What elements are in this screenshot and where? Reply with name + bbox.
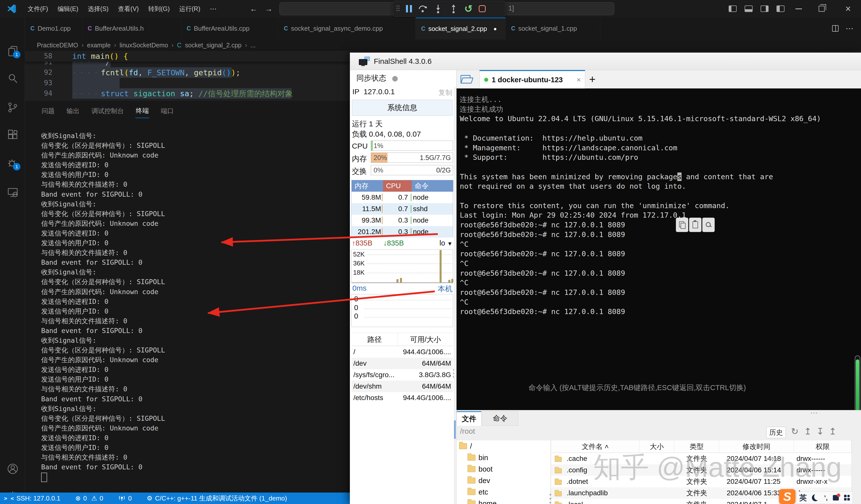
disk-row[interactable]: /944.4G/1006.... — [351, 346, 453, 358]
remote-status-item[interactable]: > <SSH: 127.0.0.1 — [4, 494, 60, 502]
menu-item[interactable]: 选择(S) — [83, 5, 113, 13]
process-table[interactable]: 内存CPU命令59.8M0.7node11.5M0.7sshd99.3M0.3n… — [351, 180, 453, 237]
history-button[interactable]: 历史 — [766, 427, 786, 438]
ime-language-toggle[interactable]: 英 — [799, 493, 807, 503]
debug-step-out-button[interactable] — [449, 4, 458, 13]
panel-tab-item[interactable]: 调试控制台 — [91, 104, 124, 118]
process-row[interactable]: 99.3M0.3node — [352, 215, 453, 226]
download-icon[interactable]: ↧ — [816, 426, 824, 437]
copy-button[interactable]: 复制 — [438, 88, 452, 97]
ping-host[interactable]: 本机 — [438, 284, 453, 294]
menu-item[interactable]: 编辑(E) — [53, 5, 83, 13]
layout-customize-button[interactable] — [773, 0, 789, 17]
ime-tool-icon[interactable] — [833, 495, 839, 501]
ssh-terminal[interactable]: 连接主机...连接主机成功Welcome to Ubuntu 22.04.4 L… — [456, 88, 861, 410]
panel-tab-item[interactable]: 问题 — [41, 104, 55, 118]
debug-toolbar-drag-handle[interactable] — [396, 5, 400, 12]
tree-item[interactable]: dev — [456, 475, 550, 486]
breadcrumb-item[interactable]: PracticeDEMO — [37, 42, 78, 49]
moon-icon[interactable] — [812, 494, 819, 501]
menu-item[interactable]: 转到(G) — [144, 5, 175, 13]
nav-forward-button[interactable]: → — [265, 4, 273, 13]
accounts-icon[interactable] — [7, 463, 18, 475]
explorer-icon[interactable]: 1 — [7, 45, 18, 57]
disk-table[interactable]: 路径可用/大小/944.4G/1006..../dev64M/64M/sys/f… — [351, 333, 453, 404]
tab-dirty-dot[interactable]: ● — [493, 26, 497, 32]
open-folder-icon[interactable] — [461, 74, 473, 84]
disk-row[interactable]: /dev/shm64M/64M — [351, 381, 453, 392]
editor-tab[interactable]: CBufferAreaUtils.cpp — [181, 17, 278, 39]
menu-more-icon[interactable]: ⋯ — [205, 5, 221, 13]
panel-tab-item[interactable]: 端口 — [160, 104, 174, 118]
upload-arrow-icon[interactable]: ↥ — [804, 426, 811, 437]
debug-restart-button[interactable]: ↺ — [464, 5, 473, 12]
net-interface-select[interactable]: lo ▼ — [440, 239, 453, 247]
debug-step-into-button[interactable] — [433, 4, 443, 13]
disk-row[interactable]: /etc/hosts944.4G/1006.... — [351, 392, 453, 404]
new-terminal-tab-button[interactable]: + — [589, 73, 596, 85]
breadcrumb-item[interactable]: ... — [250, 42, 256, 49]
panel-tab-terminal-active[interactable]: 终端 — [135, 104, 149, 118]
punctuation-icon[interactable]: ’, — [824, 494, 828, 502]
window-maximize-button[interactable] — [813, 0, 830, 17]
process-row[interactable]: 11.5M0.7sshd — [352, 203, 453, 215]
editor-more-actions-icon[interactable]: ⋯ — [846, 24, 853, 33]
tree-item[interactable]: boot — [456, 463, 550, 475]
editor-tab[interactable]: CBufferAreaUtils.h — [82, 17, 181, 39]
process-row[interactable]: 59.8M0.7node — [352, 192, 453, 203]
debug-pause-button[interactable] — [406, 5, 412, 12]
breadcrumb-item[interactable]: socket_signal_2.cpp — [185, 42, 242, 49]
terminal-scrollbar[interactable] — [855, 355, 860, 418]
search-button[interactable] — [702, 218, 715, 232]
system-info-button[interactable]: 系统信息 — [352, 100, 453, 115]
split-editor-icon[interactable] — [832, 25, 838, 32]
menu-item[interactable]: 运行(R) — [175, 5, 205, 13]
nav-back-button[interactable]: ← — [250, 4, 258, 13]
editor-tab[interactable]: Csocket_signal_1.cpp — [506, 17, 600, 39]
build-task-status-item[interactable]: ⚙C/C++: g++-11 生成和调试活动文件 (1_demo) — [147, 494, 287, 503]
vscode-terminal-output[interactable]: 收到Signal信号:信号变化（区分是何种信号）: SIGPOLL信号产生的原因… — [41, 131, 165, 472]
editor-tab[interactable]: Csocket_signal_2.cpp● — [416, 17, 506, 39]
remote-explorer-icon[interactable] — [7, 187, 18, 198]
refresh-icon[interactable]: ↻ — [791, 426, 798, 437]
upload-icon[interactable]: ↥ — [829, 426, 836, 437]
file-table-scrollbar[interactable] — [851, 440, 861, 504]
disk-row[interactable]: /dev64M/64M — [351, 358, 453, 369]
terminal-tab-close-icon[interactable]: × — [576, 76, 581, 84]
problems-status-item[interactable]: ⊗0⚠0 — [75, 494, 103, 502]
finalshell-titlebar[interactable]: FinalShell 4.3.0.6 — [350, 53, 861, 70]
menu-item[interactable]: 查看(V) — [113, 5, 144, 13]
run-debug-icon[interactable]: 1 — [7, 158, 18, 169]
panel-resize-handle[interactable]: ⋯ — [810, 408, 819, 417]
layout-secondary-sidebar-toggle[interactable] — [756, 0, 773, 17]
breadcrumb-item[interactable]: example — [87, 42, 111, 49]
editor-tab[interactable]: Csocket_signal_async_demo.cpp — [278, 17, 416, 39]
search-icon[interactable] — [7, 73, 18, 84]
terminal-tab[interactable]: 1 docker-ubuntu-123 × — [479, 70, 585, 88]
panel-tab-item[interactable]: 输出 — [66, 104, 80, 118]
paste-button[interactable] — [689, 218, 701, 232]
breadcrumb-item[interactable]: linuxSocketDemo — [120, 42, 168, 49]
layout-sidebar-toggle[interactable] — [725, 0, 741, 17]
files-tab[interactable]: 文件 — [456, 411, 481, 426]
window-minimize-button[interactable] — [790, 0, 807, 17]
window-close-button[interactable]: × — [839, 0, 857, 17]
source-control-icon[interactable] — [7, 102, 18, 113]
directory-tree[interactable]: /binbootdevetchome — [456, 440, 551, 504]
copy-button[interactable] — [676, 218, 688, 232]
debug-stop-button[interactable] — [479, 5, 486, 12]
tree-item[interactable]: etc — [456, 486, 550, 498]
monitor-scrollbar[interactable] — [454, 87, 456, 504]
ime-grid-icon[interactable] — [844, 495, 850, 501]
menu-item[interactable]: 文件(F) — [23, 5, 53, 13]
ports-status-item[interactable]: 0 — [118, 494, 132, 502]
tree-item[interactable]: home — [456, 498, 550, 504]
commands-tab[interactable]: 命令 — [482, 411, 518, 426]
tree-item[interactable]: bin — [456, 452, 550, 463]
process-row[interactable]: 201.2M0.3node — [352, 226, 453, 237]
sogou-input-icon[interactable]: S — [779, 489, 795, 504]
layout-panel-toggle[interactable] — [741, 0, 756, 17]
disk-row[interactable]: /sys/fs/cgro...3.8G/3.8G — [351, 369, 453, 381]
path-input[interactable]: /root — [460, 427, 475, 435]
extensions-icon[interactable] — [7, 129, 18, 140]
